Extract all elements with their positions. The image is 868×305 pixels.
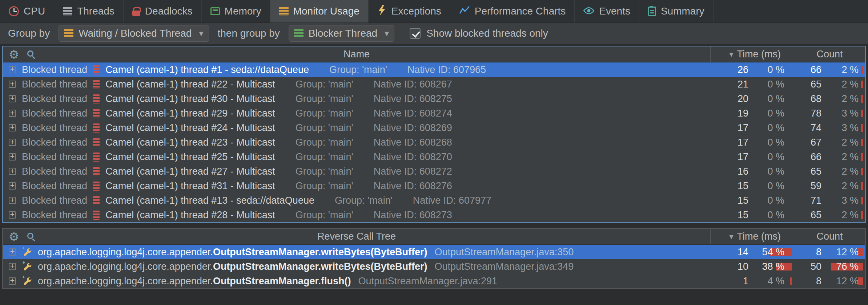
thread-native-id: Native ID: 607965	[407, 64, 486, 76]
expand-icon[interactable]	[9, 197, 16, 204]
thread-row[interactable]: Blocked thread Camel (camel-1) thread #2…	[3, 208, 865, 222]
thread-row[interactable]: Blocked thread Camel (camel-1) thread #2…	[3, 164, 865, 179]
count-percent: 2 %	[821, 79, 865, 90]
time-percent: 0 %	[748, 180, 794, 192]
call-tree-row[interactable]: org.apache.logging.log4j.core.appender.O…	[3, 259, 865, 274]
expand-icon[interactable]	[9, 211, 16, 219]
time-value: 10	[710, 261, 748, 272]
expand-icon[interactable]	[9, 182, 16, 190]
expand-icon[interactable]	[9, 110, 16, 117]
method-name: OutputStreamManager.writeBytes(ByteBuffe…	[213, 261, 427, 272]
thread-row[interactable]: Blocked thread Camel (camel-1) thread #1…	[3, 193, 865, 208]
tab-threads[interactable]: Threads	[54, 0, 124, 23]
thread-group: Group: 'main'	[329, 64, 387, 76]
count-percent: 3 %	[821, 122, 865, 134]
expand-icon[interactable]	[9, 139, 16, 146]
count-value: 68	[794, 93, 821, 105]
call-tree-row[interactable]: org.apache.logging.log4j.core.appender.O…	[3, 274, 865, 288]
expand-icon[interactable]	[9, 153, 16, 160]
expand-icon[interactable]	[9, 277, 16, 285]
tab-monitor-usage[interactable]: Monitor Usage	[270, 0, 369, 23]
thread-row[interactable]: Blocked thread Camel (camel-1) thread #2…	[3, 121, 865, 135]
thread-name: Camel (camel-1) thread #25 - Multicast	[105, 151, 275, 163]
expand-icon[interactable]	[9, 66, 16, 73]
thread-name: Camel (camel-1) thread #27 - Multicast	[105, 166, 275, 177]
time-percent: 0 %	[748, 108, 794, 119]
time-percent: 0 %	[748, 79, 794, 90]
tab-events[interactable]: Events	[575, 0, 639, 23]
thread-row[interactable]: Blocked thread Camel (camel-1) thread #1…	[3, 62, 865, 77]
time-value: 26	[710, 64, 748, 76]
thread-kind-label: Blocked thread	[22, 108, 87, 119]
blocked-thread-icon	[93, 94, 100, 103]
thread-native-id: Native ID: 608270	[374, 151, 452, 163]
count-value: 8	[794, 276, 821, 287]
tab-deadlocks[interactable]: Deadlocks	[124, 0, 202, 23]
method-name: OutputStreamManager.writeBytes(ByteBuffe…	[213, 247, 427, 258]
thread-row[interactable]: Blocked thread Camel (camel-1) thread #2…	[3, 135, 865, 150]
count-value: 65	[794, 210, 821, 221]
thread-row[interactable]: Blocked thread Camel (camel-1) thread #3…	[3, 92, 865, 106]
thread-group: Group: 'main'	[296, 137, 353, 148]
gear-icon[interactable]: ⚙	[9, 231, 19, 243]
tab-summary[interactable]: Summary	[639, 0, 714, 23]
name-header-label: Name	[343, 49, 370, 60]
tab-memory[interactable]: Memory	[202, 0, 270, 23]
gear-icon[interactable]: ⚙	[9, 49, 19, 60]
time-value: 17	[710, 122, 748, 134]
thread-kind-label: Blocked thread	[22, 79, 87, 90]
sort-desc-icon: ▾	[729, 50, 733, 59]
thread-name: Camel (camel-1) thread #22 - Multicast	[105, 79, 275, 90]
call-tree-row[interactable]: org.apache.logging.log4j.core.appender.O…	[3, 245, 865, 259]
exceptions-icon	[377, 5, 387, 18]
time-column-header[interactable]: ▾ Time (ms)	[710, 46, 794, 62]
tab-performance-charts[interactable]: Performance Charts	[450, 0, 575, 23]
search-icon[interactable]	[27, 233, 33, 239]
call-tree-title-header[interactable]: ⚙ Reverse Call Tree	[3, 229, 710, 244]
percent-bar	[861, 197, 863, 204]
search-icon[interactable]	[27, 50, 33, 57]
tab-exceptions[interactable]: Exceptions	[369, 0, 450, 23]
expand-icon[interactable]	[9, 81, 16, 88]
group-by-dropdown[interactable]: Waiting / Blocked Thread ▾	[59, 25, 209, 42]
name-column-header[interactable]: ⚙ Name	[3, 46, 710, 62]
time-value: 20	[710, 93, 748, 105]
time-value: 17	[710, 151, 748, 163]
tab-label: Exceptions	[391, 5, 441, 17]
thread-name: Camel (camel-1) thread #23 - Multicast	[105, 137, 275, 148]
method-name: OutputStreamManager.flush()	[213, 276, 351, 287]
then-group-by-dropdown[interactable]: Blocker Thread ▾	[289, 25, 394, 42]
count-value: 50	[794, 261, 821, 272]
expand-icon[interactable]	[9, 168, 16, 175]
time-column-header[interactable]: ▾ Time (ms)	[710, 229, 794, 244]
count-header-label: Count	[816, 231, 843, 242]
thread-native-id: Native ID: 608276	[374, 180, 452, 192]
count-percent: 2 %	[821, 137, 865, 148]
method-icon	[22, 276, 33, 286]
count-column-header[interactable]: Count	[794, 46, 865, 62]
thread-row[interactable]: Blocked thread Camel (camel-1) thread #2…	[3, 77, 865, 92]
method-package: org.apache.logging.log4j.core.appender.	[38, 247, 213, 258]
percent-bar	[861, 66, 863, 74]
count-percent: 2 %	[821, 166, 865, 177]
time-percent: 0 %	[748, 122, 794, 134]
count-value: 71	[794, 195, 821, 206]
thread-row[interactable]: Blocked thread Camel (camel-1) thread #2…	[3, 106, 865, 121]
thread-row[interactable]: Blocked thread Camel (camel-1) thread #3…	[3, 179, 865, 193]
threads-table-body: Blocked thread Camel (camel-1) thread #1…	[3, 62, 865, 222]
show-blocked-threads-toggle[interactable]: Show blocked threads only	[410, 28, 548, 39]
checkbox-icon[interactable]	[410, 28, 421, 39]
count-column-header[interactable]: Count	[794, 229, 865, 244]
expand-icon[interactable]	[9, 248, 16, 256]
expand-icon[interactable]	[9, 95, 16, 102]
expand-icon[interactable]	[9, 263, 16, 270]
thread-group: Group: 'main'	[335, 195, 393, 206]
threads-table-header: ⚙ Name ▾ Time (ms) Count	[3, 46, 865, 62]
expand-icon[interactable]	[9, 124, 16, 131]
thread-native-id: Native ID: 608269	[374, 122, 452, 134]
tab-cpu[interactable]: CPU	[0, 0, 54, 23]
count-value: 65	[794, 166, 821, 177]
thread-group: Group: 'main'	[296, 151, 353, 163]
thread-row[interactable]: Blocked thread Camel (camel-1) thread #2…	[3, 150, 865, 164]
thread-kind-label: Blocked thread	[22, 166, 87, 177]
